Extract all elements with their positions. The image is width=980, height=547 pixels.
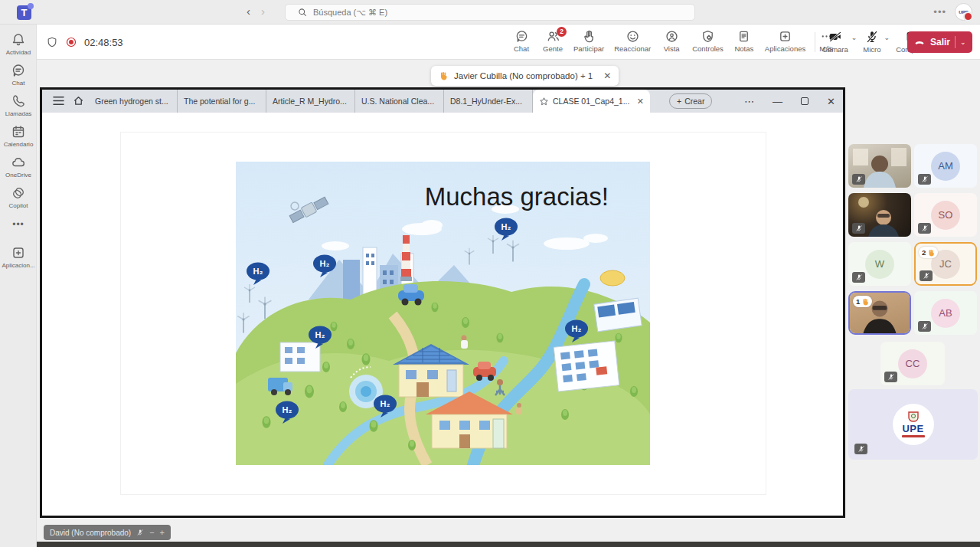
raised-hand-icon xyxy=(582,29,596,44)
mic-dropdown-icon[interactable]: ⌄ xyxy=(884,34,890,41)
view-button[interactable]: Vista xyxy=(658,26,684,56)
participant-tile-jc[interactable]: JC 2 xyxy=(914,242,977,286)
browser-tab[interactable]: U.S. National Clea... xyxy=(355,90,444,113)
avatar: AB xyxy=(931,299,960,328)
sidebar-more-icon[interactable]: ••• xyxy=(0,219,37,230)
tab-close-icon[interactable]: ✕ xyxy=(637,97,644,106)
sidebar-item-calendar[interactable]: Calendario xyxy=(0,124,37,148)
participant-tile-upe[interactable]: UPE xyxy=(848,389,978,460)
muted-mic-icon xyxy=(136,529,144,536)
muted-mic-icon xyxy=(918,174,931,185)
teams-logo-icon[interactable]: T xyxy=(17,5,31,20)
browser-tab[interactable]: The potential for g... xyxy=(178,90,266,113)
mic-off-icon xyxy=(864,29,880,44)
controls-button[interactable]: Controles xyxy=(690,26,726,56)
participant-tile-am[interactable]: AM xyxy=(914,144,977,188)
window-close-icon[interactable]: ✕ xyxy=(827,96,835,107)
muted-mic-icon xyxy=(920,270,933,281)
screen-bottom-edge xyxy=(0,542,980,547)
leave-button[interactable]: Salir ⌄ xyxy=(907,31,972,53)
window-more-icon[interactable]: ••• xyxy=(933,6,946,18)
svg-text:H₂: H₂ xyxy=(253,267,263,276)
window-minimize-icon[interactable]: — xyxy=(773,96,782,107)
presenter-pill[interactable]: David (No comprobado) − + xyxy=(44,525,171,540)
notes-icon xyxy=(737,29,751,44)
phone-icon xyxy=(11,93,26,109)
svg-text:H₂: H₂ xyxy=(315,330,325,339)
meeting-stage: Javier Cubilla (No comprobado) + 1 ✕ Gre… xyxy=(37,60,980,542)
browser-tab[interactable]: Green hydrogen st... xyxy=(89,90,178,113)
muted-mic-icon xyxy=(884,372,897,382)
camera-control: Cámara ⌄ xyxy=(821,26,861,57)
raised-hand-badge: 2 xyxy=(919,247,938,258)
profile-avatar[interactable]: UPE xyxy=(955,3,972,21)
search-icon xyxy=(298,8,307,17)
toast-close-icon[interactable]: ✕ xyxy=(603,70,611,81)
slide-title: Muchas gracias! xyxy=(425,182,609,211)
sidebar-item-calls[interactable]: Llamadas xyxy=(0,93,37,117)
sidebar-item-copilot[interactable]: Copilot xyxy=(0,185,37,209)
app-title-bar: T ‹ › Búsqueda (⌥ ⌘ E) ••• UPE xyxy=(0,0,980,25)
browser-more-icon[interactable]: ⋯ xyxy=(744,96,754,107)
rooftop-solar-building xyxy=(594,298,642,332)
react-button[interactable]: Reaccionar xyxy=(612,26,653,56)
nav-forward-icon[interactable]: › xyxy=(261,5,265,18)
search-input[interactable]: Búsqueda (⌥ ⌘ E) xyxy=(285,4,695,21)
participant-video-tile-david[interactable]: 1 xyxy=(848,291,911,335)
muted-mic-icon xyxy=(918,223,931,234)
browser-tab[interactable]: Article_R M_Hydro... xyxy=(266,90,355,113)
muted-mic-icon xyxy=(918,321,931,332)
svg-text:H₂: H₂ xyxy=(320,259,330,268)
raise-hand-button[interactable]: Participar xyxy=(571,26,606,56)
upe-logo: UPE xyxy=(893,404,934,445)
new-tab-button[interactable]: +Crear xyxy=(669,93,712,109)
leave-dropdown-icon[interactable]: ⌄ xyxy=(960,38,966,46)
balloon xyxy=(600,270,625,286)
office-building xyxy=(554,341,619,391)
notes-button[interactable]: Notas xyxy=(731,26,757,56)
browser-tab-bar: Green hydrogen st... The potential for g… xyxy=(42,90,843,113)
svg-text:H₂: H₂ xyxy=(381,399,390,408)
avatar: CC xyxy=(898,349,927,378)
hang-up-icon xyxy=(913,36,926,48)
raised-hand-toast[interactable]: Javier Cubilla (No comprobado) + 1 ✕ xyxy=(431,66,619,86)
smiley-icon xyxy=(626,29,640,44)
sidebar-item-apps[interactable]: Aplicacion... xyxy=(0,245,37,269)
zoom-out-icon[interactable]: − xyxy=(149,528,154,537)
browser-tab[interactable]: D8.1_HyUnder-Ex... xyxy=(444,90,533,113)
hand-icon xyxy=(861,298,869,306)
camera-button[interactable]: Cámara xyxy=(821,26,850,57)
participant-tile-cc[interactable]: CC xyxy=(880,342,945,385)
factory-left xyxy=(280,342,320,372)
bell-icon xyxy=(11,32,26,47)
participant-video-tile[interactable] xyxy=(848,144,911,188)
star-icon[interactable] xyxy=(539,97,549,106)
avatar: AM xyxy=(931,152,960,181)
apps-button[interactable]: Aplicaciones xyxy=(763,26,808,56)
camera-dropdown-icon[interactable]: ⌄ xyxy=(851,34,858,41)
search-placeholder: Búsqueda (⌥ ⌘ E) xyxy=(313,8,387,18)
browser-tab-active[interactable]: CLASE 01_Cap4_1... ✕ xyxy=(533,90,650,113)
menu-icon[interactable] xyxy=(53,96,64,106)
recording-indicator-icon xyxy=(66,37,77,47)
home-icon[interactable] xyxy=(73,95,84,106)
nav-back-icon[interactable]: ‹ xyxy=(247,5,250,18)
zoom-in-icon[interactable]: + xyxy=(160,528,165,537)
participant-tile-w[interactable]: W xyxy=(848,242,911,286)
people-button[interactable]: 2 Gente xyxy=(540,26,566,56)
sidebar-item-activity[interactable]: Actividad xyxy=(0,32,37,56)
muted-mic-icon xyxy=(852,223,865,234)
avatar: W xyxy=(865,250,894,279)
chat-bubble-icon xyxy=(514,29,529,44)
copilot-icon xyxy=(11,185,26,201)
participant-tile-so[interactable]: SO xyxy=(914,193,977,237)
slide-illustration: H₂ H₂ H₂ H₂ H₂ H₂ H₂ Muchas gracias! xyxy=(236,162,650,465)
sidebar-item-onedrive[interactable]: OneDrive xyxy=(0,155,37,179)
participant-tile-ab[interactable]: AB xyxy=(914,291,977,335)
mic-button[interactable]: Micro xyxy=(861,26,882,57)
window-maximize-icon[interactable] xyxy=(801,97,808,105)
chat-button[interactable]: Chat xyxy=(508,26,534,56)
sidebar-item-chat[interactable]: Chat xyxy=(0,63,37,87)
participant-video-tile[interactable] xyxy=(848,193,911,237)
apps-plus-icon xyxy=(11,245,26,260)
